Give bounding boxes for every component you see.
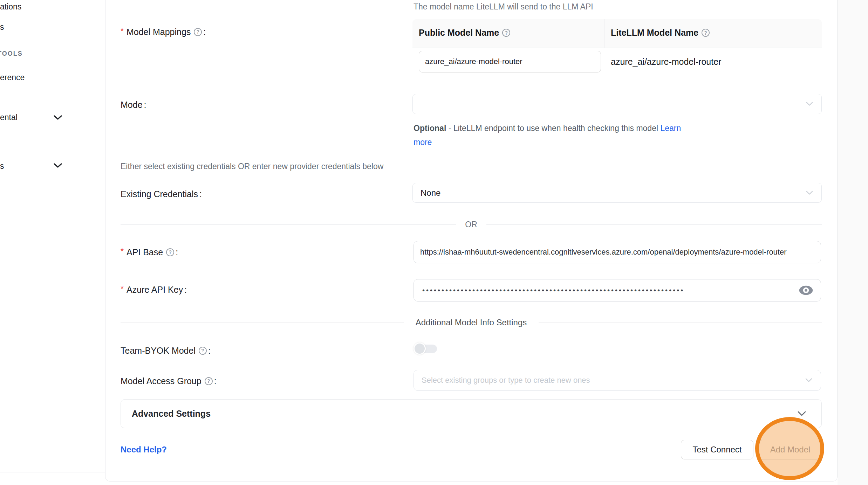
sidebar-divider	[0, 220, 105, 220]
table-header: Public Model Name LiteLLM Model Name	[412, 19, 822, 48]
existing-credentials-value: None	[421, 188, 440, 198]
need-help-link[interactable]: Need Help?	[121, 445, 167, 455]
azure-api-key-input[interactable]: ••••••••••••••••••••••••••••••••••••••••…	[414, 279, 821, 302]
model-mappings-table: Public Model Name LiteLLM Model Name azu…	[412, 19, 822, 81]
table-row: azure_ai/azure-model-router	[412, 48, 822, 81]
mode-helper-text: Optional - LiteLLM endpoint to use when …	[414, 121, 683, 149]
sidebar-section-tools: TOOLS	[0, 50, 23, 57]
advanced-settings-panel[interactable]: Advanced Settings	[121, 399, 822, 428]
column-header-litellm-model-name: LiteLLM Model Name	[611, 28, 710, 38]
add-model-button[interactable]: Add Model	[759, 440, 822, 459]
add-model-page: ations s TOOLS erence ental s The model …	[0, 0, 868, 485]
model-access-group-placeholder: Select existing groups or type to create…	[422, 376, 590, 385]
help-icon[interactable]	[166, 248, 174, 256]
public-model-name-input[interactable]	[419, 51, 601, 72]
model-mappings-label: * Model Mappings :	[121, 26, 206, 38]
sidebar: ations s TOOLS erence ental s	[0, 0, 105, 485]
chevron-down-icon	[805, 378, 812, 383]
api-base-label: * API Base :	[121, 246, 178, 258]
sidebar-item-3[interactable]: erence	[0, 72, 25, 83]
sidebar-item-label: s	[0, 161, 4, 171]
or-divider: OR	[121, 221, 822, 228]
litellm-model-name-value: azure_ai/azure-model-router	[611, 48, 721, 75]
model-access-group-label: Model Access Group :	[121, 375, 217, 387]
toggle-knob	[414, 342, 426, 355]
team-byok-toggle[interactable]	[414, 342, 438, 355]
column-separator	[604, 19, 604, 48]
required-marker: *	[121, 284, 124, 294]
help-icon[interactable]	[205, 377, 213, 385]
help-icon[interactable]	[194, 28, 202, 36]
help-icon[interactable]	[502, 29, 510, 37]
help-icon[interactable]	[199, 347, 207, 355]
sidebar-item-2[interactable]: s	[0, 22, 4, 32]
chevron-down-icon	[806, 102, 813, 106]
masked-password-value: ••••••••••••••••••••••••••••••••••••••••…	[422, 286, 684, 295]
advanced-settings-label: Advanced Settings	[132, 409, 211, 419]
mode-select[interactable]	[412, 94, 822, 114]
page-background-strip	[838, 0, 868, 485]
existing-credentials-label: Existing Credentials :	[121, 188, 202, 200]
sidebar-bottom-border	[0, 472, 105, 472]
existing-credentials-select[interactable]: None	[412, 183, 822, 203]
eye-icon[interactable]	[798, 284, 814, 296]
model-access-group-select[interactable]: Select existing groups or type to create…	[414, 370, 821, 391]
chevron-down-icon[interactable]	[53, 162, 62, 168]
sidebar-item-label: s	[0, 22, 4, 32]
test-connect-button[interactable]: Test Connect	[681, 440, 753, 459]
model-name-helper-text: The model name LiteLLM will send to the …	[414, 2, 593, 12]
sidebar-item-4[interactable]: ental	[0, 112, 18, 123]
chevron-down-icon	[806, 190, 813, 195]
api-base-input[interactable]	[414, 241, 821, 263]
required-marker: *	[121, 247, 124, 256]
azure-api-key-label: * Azure API Key :	[121, 284, 187, 296]
sidebar-item-1[interactable]: ations	[0, 1, 21, 12]
column-header-public-model-name: Public Model Name	[419, 28, 510, 38]
sidebar-item-label: erence	[0, 73, 25, 82]
chevron-down-icon	[798, 411, 806, 416]
mode-label: Mode :	[121, 99, 146, 111]
additional-settings-divider: Additional Model Info Settings	[121, 317, 822, 328]
required-marker: *	[121, 27, 124, 36]
help-icon[interactable]	[702, 29, 710, 37]
sidebar-item-label: ental	[0, 113, 18, 122]
add-model-form-card: The model name LiteLLM will send to the …	[105, 0, 838, 481]
chevron-down-icon[interactable]	[53, 115, 62, 120]
team-byok-label: Team-BYOK Model :	[121, 345, 211, 356]
sidebar-item-label: ations	[0, 2, 21, 11]
sidebar-item-5[interactable]: s	[0, 161, 4, 171]
credentials-note: Either select existing credentials OR en…	[121, 162, 383, 171]
